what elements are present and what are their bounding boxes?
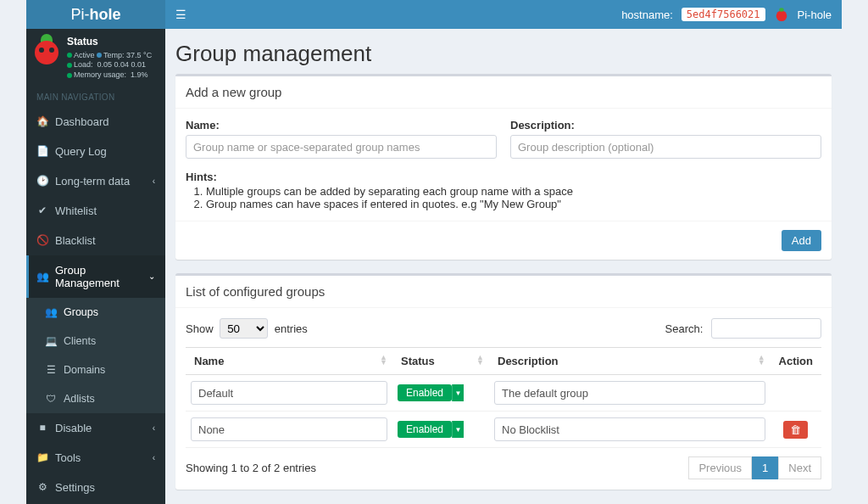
svg-point-1 [779, 8, 783, 12]
entries-control: Show 50 entries [186, 318, 308, 339]
ban-icon: 🚫 [36, 234, 48, 246]
groups-table: Name▲▼ Status▲▼ Description▲▼ Action Ena… [186, 347, 821, 448]
chevron-down-icon: ⌄ [148, 272, 155, 281]
sort-icon: ▲▼ [758, 355, 765, 366]
users-icon: 👥 [45, 306, 57, 318]
file-icon: 📄 [36, 145, 48, 157]
table-row: Enabled▼🗑 [186, 412, 821, 448]
laptop-icon: 💻 [45, 335, 57, 347]
hamburger-icon[interactable]: ☰ [175, 8, 186, 21]
pihole-logo-icon [33, 36, 60, 66]
sort-icon: ▲▼ [380, 355, 387, 366]
row-name-input[interactable] [191, 381, 387, 405]
nav-querylog[interactable]: 📄Query Log [26, 137, 165, 166]
nav-clients[interactable]: 💻Clients [26, 327, 165, 356]
sort-icon: ▲▼ [476, 355, 484, 366]
nav-blacklist[interactable]: 🚫Blacklist [26, 226, 165, 255]
add-group-box: Add a new group Name: Description: Hints… [175, 74, 832, 260]
chevron-left-icon: ‹ [153, 176, 155, 186]
next-button[interactable]: Next [778, 456, 821, 479]
stop-icon: ■ [36, 422, 48, 434]
sidebar: Pi-hole Status Active Temp: 37.5 °C Load… [26, 0, 165, 504]
clock-icon: 🕑 [36, 175, 48, 187]
svg-point-0 [776, 11, 787, 22]
th-name[interactable]: Name▲▼ [186, 348, 392, 375]
list-icon: ☰ [45, 364, 57, 376]
status-toggle[interactable]: Enabled [398, 421, 452, 438]
main-area: ☰ hostname: 5ed4f7566021 Pi-hole Group m… [165, 0, 842, 504]
hostname-label: hostname: [621, 8, 673, 21]
chevron-left-icon: ‹ [153, 453, 155, 462]
search-control: Search: [665, 318, 821, 339]
home-icon: 🏠 [36, 115, 48, 127]
name-label: Name: [186, 119, 497, 132]
brand[interactable]: Pi-hole [26, 0, 165, 29]
groups-list-header: List of configured groups [175, 276, 832, 308]
groups-list-box: List of configured groups Show 50 entrie… [175, 273, 832, 490]
pagination: Previous 1 Next [688, 456, 821, 479]
row-name-input[interactable] [191, 417, 387, 441]
nav-settings[interactable]: ⚙Settings [26, 473, 165, 502]
entries-select[interactable]: 50 [220, 318, 268, 339]
page-1-button[interactable]: 1 [752, 456, 778, 479]
hostname-value: 5ed4f7566021 [682, 8, 765, 21]
th-desc[interactable]: Description▲▼ [489, 348, 771, 375]
nav-domains[interactable]: ☰Domains [26, 356, 165, 384]
table-row: Enabled▼ [186, 375, 821, 412]
hints-list: Multiple groups can be added by separati… [186, 185, 821, 210]
page-title: Group management [175, 41, 832, 67]
shield-icon: 🛡 [45, 393, 57, 405]
add-button[interactable]: Add [782, 230, 821, 251]
topbar-appname[interactable]: Pi-hole [798, 8, 832, 21]
nav-longterm[interactable]: 🕑Long-term data‹ [26, 166, 165, 196]
nav-header: MAIN NAVIGATION [26, 87, 165, 107]
nav-dashboard[interactable]: 🏠Dashboard [26, 107, 165, 137]
topbar: ☰ hostname: 5ed4f7566021 Pi-hole [165, 0, 842, 29]
th-status[interactable]: Status▲▼ [392, 348, 489, 375]
group-name-input[interactable] [186, 135, 497, 159]
trash-icon: 🗑 [790, 423, 801, 436]
row-desc-input[interactable] [494, 381, 765, 405]
status-title: Status [67, 36, 152, 49]
desc-label: Description: [510, 119, 821, 132]
hints-title: Hints: [186, 171, 821, 183]
folder-icon: 📁 [36, 451, 48, 463]
users-cog-icon: 👥 [36, 271, 48, 283]
table-info: Showing 1 to 2 of 2 entries [186, 462, 316, 474]
search-input[interactable] [711, 318, 821, 339]
nav-tools[interactable]: 📁Tools‹ [26, 443, 165, 473]
status-panel: Status Active Temp: 37.5 °C Load: 0.05 0… [26, 29, 165, 87]
row-desc-input[interactable] [494, 417, 765, 441]
nav-whitelist[interactable]: ✔Whitelist [26, 196, 165, 226]
prev-button[interactable]: Previous [688, 456, 752, 479]
th-action: Action [771, 348, 821, 375]
caret-down-icon[interactable]: ▼ [452, 384, 464, 401]
nav-groups[interactable]: 👥Groups [26, 298, 165, 327]
status-toggle[interactable]: Enabled [398, 384, 452, 401]
nav-disable[interactable]: ■Disable‹ [26, 413, 165, 443]
nav-groupmgmt[interactable]: 👥Group Management⌄ [26, 255, 165, 298]
pihole-mini-logo-icon [774, 7, 789, 22]
nav-adlists[interactable]: 🛡Adlists [26, 384, 165, 413]
add-group-header: Add a new group [175, 76, 832, 109]
check-circle-icon: ✔ [36, 204, 48, 216]
delete-button[interactable]: 🗑 [783, 421, 808, 439]
chevron-left-icon: ‹ [153, 423, 155, 433]
caret-down-icon[interactable]: ▼ [452, 421, 464, 438]
group-desc-input[interactable] [510, 135, 821, 159]
cogs-icon: ⚙ [36, 481, 48, 493]
